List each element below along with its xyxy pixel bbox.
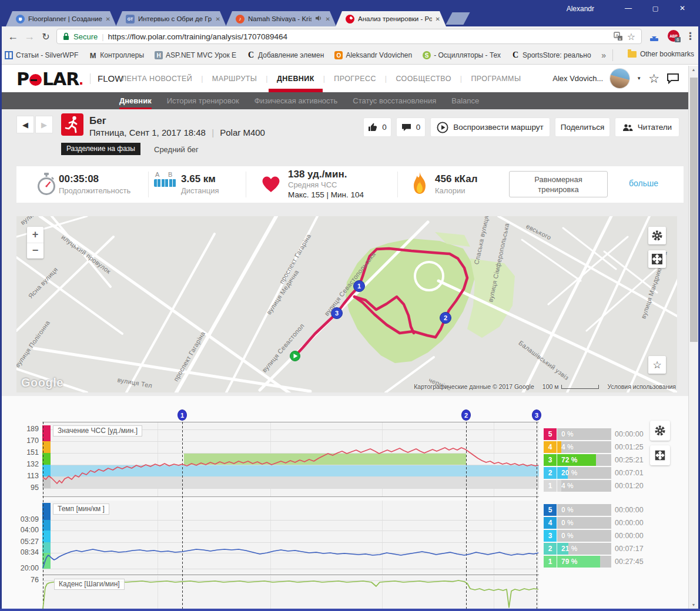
chart-settings-button[interactable] (650, 421, 670, 441)
bookmark-item-5[interactable]: OAleksandr Vdovichen (334, 51, 412, 59)
tab-close-icon[interactable]: ✕ (216, 16, 220, 22)
nav-item-3[interactable]: ДНЕВНИК (276, 65, 316, 92)
bookmarks-list: Статьи - SilverWPFMКонтроллерыHASP.NET M… (5, 46, 591, 64)
forward-button[interactable]: → (21, 28, 38, 45)
subnav-item-5[interactable]: Balance (451, 92, 479, 109)
like-button[interactable]: 0 (363, 118, 391, 137)
reload-button[interactable]: ↻ (38, 28, 54, 45)
previous-session-button[interactable]: ◀ (16, 116, 34, 133)
bookmarks-overflow-icon[interactable]: » (601, 51, 606, 60)
back-button[interactable]: ← (5, 28, 21, 45)
gridline-horizontal (42, 569, 539, 569)
chevron-down-icon[interactable]: ▼ (637, 76, 641, 81)
subnav-item-1[interactable]: Дневник (119, 92, 152, 109)
hr-zone-time: 00:07:01 (615, 469, 662, 477)
route-map[interactable]: 123 вулиця Сіилуцький провулокЯсна вулиц… (16, 216, 677, 392)
maximize-icon[interactable]: ▢ (644, 0, 667, 16)
scale-bar (561, 385, 599, 389)
tab-close-icon[interactable]: ✕ (106, 16, 110, 22)
bookmark-item-7[interactable]: CSportsStore: реально (511, 51, 591, 59)
tab-title: Интервью с Обри де Гр (138, 15, 212, 22)
browser-profile-name[interactable]: Alexandr (567, 5, 594, 13)
bookmarks-bar: Статьи - SilverWPFMКонтроллерыHASP.NET M… (0, 46, 700, 65)
scrollbar-thumb[interactable] (690, 78, 698, 342)
map-settings-button[interactable] (648, 227, 666, 244)
terms-link[interactable]: Условия использования (607, 383, 676, 390)
page-scrollbar[interactable]: ▲ ▼ (688, 66, 698, 609)
subnav-item-4[interactable]: Статус восстановления (353, 92, 436, 109)
nav-item-1[interactable]: ЛЕНТА НОВОСТЕЙ (120, 65, 193, 92)
tab-3[interactable]: ♪Namah Shivaya - Krish✕ (226, 11, 336, 26)
cadence-axis-tick: 76 (13, 576, 39, 584)
tab-audio-icon[interactable] (315, 15, 322, 23)
bookmark-item-1[interactable]: Статьи - SilverWPF (5, 51, 78, 59)
phase-marker-2[interactable]: 2 (461, 409, 471, 421)
point-a-label: А (155, 171, 159, 178)
chart-fullscreen-button[interactable] (650, 445, 670, 465)
tab-title: Анализ тренировки - Po (358, 15, 432, 22)
phase-marker-1[interactable]: 1 (177, 409, 187, 421)
comment-button[interactable]: 0 (396, 118, 426, 137)
bookmark-item-3[interactable]: HASP.NET MVC Урок Е (155, 51, 236, 59)
menu-dots-icon[interactable]: ⋮ (685, 30, 695, 42)
minimize-icon[interactable]: — (617, 0, 640, 16)
map-favorite-button[interactable]: ☆ (648, 356, 666, 374)
pace-zone-4: 4 (544, 517, 557, 529)
main-nav: ЛЕНТА НОВОСТЕЙ|МАРШРУТЫ|ДНЕВНИК|ПРОГРЕСС… (120, 65, 522, 92)
subnav-item-3[interactable]: Физическая активность (254, 92, 338, 109)
hr-zone-4: 4 (544, 441, 557, 453)
url-text[interactable]: https://flow.polar.com/training/analysis… (108, 32, 609, 41)
nav-item-6[interactable]: ПРОГРАММЫ (470, 65, 522, 92)
hr-axis-tick: 95 (13, 484, 39, 492)
next-session-button[interactable]: ▶ (35, 116, 53, 133)
readers-button[interactable]: Читатели (615, 118, 679, 137)
nav-divider: | (201, 75, 203, 83)
tab-1[interactable]: Floorplanner | Создание✕ (6, 11, 116, 26)
avatar[interactable] (610, 69, 629, 88)
tab-2[interactable]: GTИнтервью с Обри де Гр✕ (116, 11, 226, 26)
close-icon[interactable]: ✕ (671, 0, 694, 16)
tab-4[interactable]: Анализ тренировки - Po✕ (336, 11, 446, 26)
nav-item-4[interactable]: ПРОГРЕСС (333, 65, 377, 92)
share-button[interactable]: Поделиться (555, 118, 610, 137)
tab-close-icon[interactable]: ✕ (326, 16, 330, 22)
hr-chart-label: Значение ЧСС [уд./мин.] (53, 425, 142, 437)
zone-percent: 4 % (561, 443, 574, 451)
zone-strip (42, 503, 51, 520)
favorite-star-icon[interactable]: ☆ (648, 72, 659, 86)
scroll-down-icon[interactable]: ▼ (689, 603, 698, 607)
zoom-out-icon[interactable]: − (27, 243, 43, 259)
nav-item-2[interactable]: МАРШРУТЫ (211, 65, 258, 92)
zone-percent: 20 % (561, 469, 577, 477)
new-tab-button[interactable] (446, 12, 470, 25)
play-route-button[interactable]: Воспроизвести маршрут (430, 118, 550, 137)
more-link[interactable]: больше (629, 179, 658, 188)
map-zoom-control[interactable]: + − (27, 227, 43, 258)
user-name[interactable]: Alex Vdovich... (552, 74, 603, 83)
svg-text:1: 1 (357, 283, 361, 290)
bookmark-label: - Осцилляторы - Тех (434, 51, 501, 59)
zoom-in-icon[interactable]: + (27, 227, 43, 243)
translate-icon[interactable]: Aa (614, 32, 623, 41)
gt-favicon: GT (126, 15, 135, 24)
other-bookmarks[interactable]: Other bookmarks (628, 50, 694, 58)
bookmark-item-2[interactable]: MКонтроллеры (89, 51, 144, 59)
address-bar[interactable]: Secure | https://flow.polar.com/training… (56, 29, 642, 44)
nav-item-5[interactable]: СООБЩЕСТВО (394, 65, 452, 92)
tab-close-icon[interactable]: ✕ (436, 16, 440, 22)
subnav-item-2[interactable]: История тренировок (167, 92, 239, 109)
bookmark-item-4[interactable]: CДобавление элемен (247, 51, 324, 59)
phase-marker-3[interactable]: 3 (532, 409, 541, 421)
messages-icon[interactable] (666, 73, 679, 84)
phase-split-tag[interactable]: Разделение на фазы (61, 143, 140, 155)
map-fullscreen-button[interactable] (648, 250, 666, 268)
polar-logo[interactable]: PLAR (16, 69, 82, 89)
training-benefit-button[interactable]: Равномерная тренировка (509, 171, 608, 197)
bookmark-star-icon[interactable]: ☆ (627, 31, 635, 42)
scroll-up-icon[interactable]: ▲ (689, 68, 698, 72)
summary-card: 00:35:08 Продолжительность А В 3.65 км Д… (16, 166, 684, 203)
calories-value: 456 кКал (435, 173, 477, 185)
zone-bar-fill (557, 480, 561, 492)
bookmark-item-6[interactable]: S- Осцилляторы - Тех (423, 51, 501, 59)
download-extension-icon[interactable] (649, 31, 659, 42)
